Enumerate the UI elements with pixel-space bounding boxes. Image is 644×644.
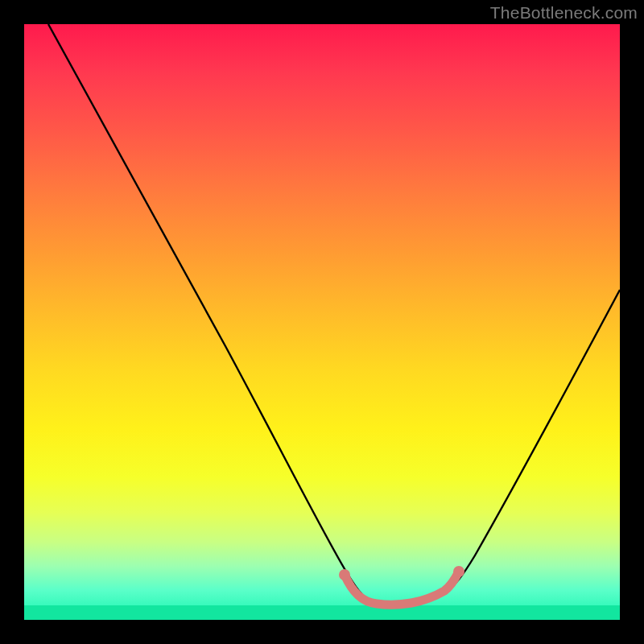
bottleneck-curve (48, 24, 620, 605)
flat-marker-dot-left (339, 569, 350, 580)
plot-area (24, 24, 620, 620)
flat-marker-line (345, 572, 459, 605)
watermark: TheBottleneck.com (490, 3, 638, 23)
curve-layer (24, 24, 620, 620)
chart-frame: TheBottleneck.com (0, 0, 644, 644)
flat-marker-dot-right (453, 566, 464, 577)
